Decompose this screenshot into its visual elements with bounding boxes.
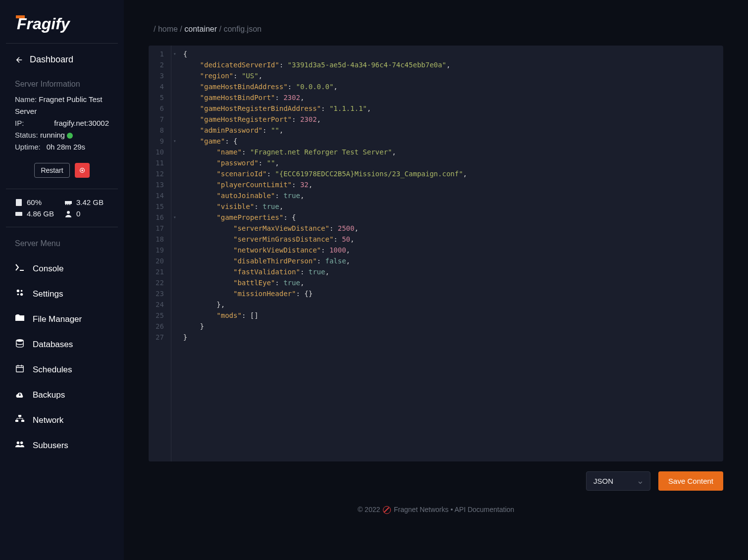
svg-rect-14: [16, 366, 23, 372]
menu-item-subusers[interactable]: Subusers: [6, 433, 118, 458]
svg-rect-3: [65, 201, 72, 204]
schedules-icon: [15, 364, 25, 375]
api-docs-link[interactable]: API Documentation: [454, 506, 514, 513]
file-manager-icon: [15, 313, 25, 325]
menu-item-settings[interactable]: Settings: [6, 281, 118, 306]
svg-rect-4: [65, 204, 66, 205]
svg-point-13: [16, 339, 23, 342]
server-info-title: Server Information: [6, 71, 118, 94]
menu-label: Settings: [33, 289, 63, 299]
ip-value: fragify.net:30002: [54, 117, 109, 129]
svg-rect-6: [69, 204, 70, 205]
svg-rect-7: [15, 212, 22, 216]
backups-icon: [15, 389, 25, 401]
save-content-button[interactable]: Save Content: [658, 471, 723, 491]
logo-accent-bar: [16, 15, 25, 18]
svg-point-11: [21, 290, 23, 292]
breadcrumb-container[interactable]: container: [184, 25, 217, 33]
databases-icon: [15, 339, 25, 350]
record-icon: [79, 167, 86, 174]
server-menu: ConsoleSettingsFile ManagerDatabasesSche…: [6, 253, 118, 461]
code-editor[interactable]: 1234567891011121314151617181920212223242…: [149, 46, 723, 461]
svg-point-18: [17, 442, 19, 444]
line-gutter: 1234567891011121314151617181920212223242…: [149, 46, 171, 461]
memory-icon: [64, 199, 72, 206]
dashboard-link[interactable]: Dashboard: [6, 49, 118, 71]
svg-point-1: [81, 169, 83, 171]
svg-rect-2: [16, 199, 22, 206]
status-label: Status:: [15, 131, 38, 139]
players-stat: 0: [64, 209, 109, 218]
menu-label: File Manager: [33, 314, 82, 324]
dashboard-label: Dashboard: [30, 54, 73, 65]
svg-point-9: [17, 290, 19, 292]
ip-label: IP:: [15, 117, 24, 129]
svg-rect-17: [21, 420, 24, 422]
fragnet-icon: [383, 506, 391, 514]
main-content: / home / container / config.json 1234567…: [124, 0, 748, 560]
settings-icon: [15, 288, 25, 300]
footer-brand[interactable]: Fragnet Networks: [394, 506, 448, 513]
menu-label: Console: [33, 264, 63, 274]
status-value: running: [40, 131, 65, 139]
stop-button[interactable]: [75, 163, 90, 178]
svg-point-8: [67, 211, 70, 214]
logo-text: ragify: [27, 15, 70, 33]
code-area[interactable]: { "dedicatedServerId": "3391d3a5-ae5d-4a…: [178, 46, 472, 461]
disk-icon: [15, 210, 23, 218]
menu-label: Backups: [33, 390, 65, 400]
menu-item-backups[interactable]: Backups: [6, 382, 118, 407]
svg-point-19: [20, 442, 23, 444]
breadcrumb: / home / container / config.json: [149, 15, 723, 46]
server-menu-title: Server Menu: [6, 230, 118, 253]
status-dot-icon: [67, 133, 73, 139]
menu-label: Databases: [33, 340, 73, 350]
format-select[interactable]: JSON: [586, 471, 650, 491]
logo: Fragify: [6, 10, 118, 44]
svg-point-12: [17, 294, 19, 296]
menu-item-network[interactable]: Network: [6, 407, 118, 433]
uptime-value: 0h 28m 29s: [47, 141, 85, 153]
menu-label: Network: [33, 415, 63, 425]
breadcrumb-file: config.json: [223, 25, 262, 33]
breadcrumb-home[interactable]: home: [158, 25, 178, 33]
menu-item-schedules[interactable]: Schedules: [6, 357, 118, 382]
subusers-icon: [15, 440, 25, 451]
restart-button[interactable]: Restart: [34, 163, 69, 178]
menu-item-file-manager[interactable]: File Manager: [6, 306, 118, 332]
svg-rect-15: [18, 415, 21, 417]
footer: © 2022 Fragnet Networks • API Documentat…: [149, 501, 723, 524]
stats-panel: 60% 3.42 GB 4.86 GB 0: [6, 192, 118, 224]
uptime-label: Uptime:: [15, 141, 41, 153]
ram-stat: 3.42 GB: [64, 198, 109, 206]
user-icon: [64, 210, 72, 218]
menu-label: Subusers: [33, 441, 68, 451]
fold-column[interactable]: ▾▾▾: [171, 46, 178, 461]
name-label: Name:: [15, 95, 37, 103]
menu-label: Schedules: [33, 365, 72, 375]
svg-rect-5: [67, 204, 68, 205]
cpu-icon: [15, 199, 23, 206]
console-icon: [15, 263, 25, 274]
disk-stat: 4.86 GB: [15, 209, 59, 218]
svg-point-10: [20, 293, 23, 296]
server-info: Name: Fragnet Public Test Server IP:frag…: [6, 94, 118, 161]
svg-rect-16: [15, 420, 18, 422]
menu-item-databases[interactable]: Databases: [6, 332, 118, 357]
menu-item-console[interactable]: Console: [6, 256, 118, 281]
cpu-stat: 60%: [15, 198, 59, 206]
arrow-left-icon: [15, 55, 24, 64]
network-icon: [15, 414, 25, 426]
sidebar: Fragify Dashboard Server Information Nam…: [0, 0, 124, 560]
